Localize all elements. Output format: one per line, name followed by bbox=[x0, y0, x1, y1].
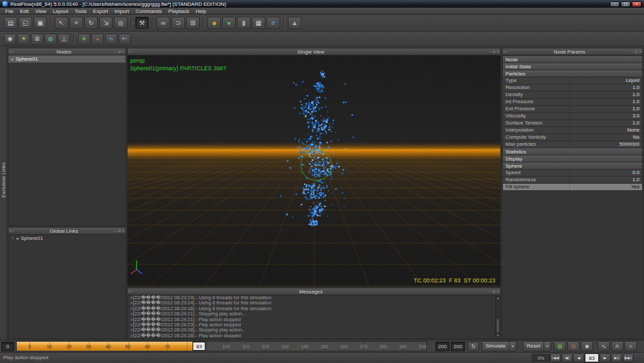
reset-button[interactable]: Reset ▾ bbox=[523, 341, 551, 351]
param-row-viscosity[interactable]: Viscosity3.0 bbox=[503, 113, 642, 120]
nodes-panel-header[interactable]: ▪▫ Nodes –⊡× bbox=[8, 48, 126, 55]
messages-scrollbar[interactable]: ▲ ▼ bbox=[495, 296, 500, 338]
param-section-initial-state[interactable]: Initial State bbox=[503, 63, 642, 70]
title-bar[interactable]: RealFlow(x86_64) 5.0.0.0140 - [C:/Users/… bbox=[0, 0, 644, 8]
light-button[interactable]: ☀ bbox=[17, 34, 30, 44]
scale-tool-button[interactable]: ⇲ bbox=[99, 17, 113, 29]
param-row-max-particles[interactable]: Max particles5000000 bbox=[503, 141, 642, 148]
snap-tool-button[interactable]: ◎ bbox=[114, 17, 128, 29]
move-tool-button[interactable]: + bbox=[70, 17, 83, 29]
menu-item-commands[interactable]: Commands bbox=[132, 8, 165, 14]
panel-close-icon[interactable]: × bbox=[122, 228, 124, 234]
param-row-speed[interactable]: Speed0.0 bbox=[503, 170, 642, 177]
save-scene-button[interactable]: ▣ bbox=[33, 17, 47, 29]
dock-icon[interactable]: ▪ bbox=[129, 48, 130, 55]
exclusive-link-tool-button[interactable]: ⊃ bbox=[171, 17, 185, 29]
camera-label[interactable]: persp bbox=[130, 57, 145, 64]
playback-frame-field[interactable]: 83 bbox=[585, 353, 599, 362]
tree-item-sphere01[interactable]: └●Sphere01 bbox=[8, 235, 126, 242]
select-tool-button[interactable]: ↖ bbox=[55, 17, 68, 29]
simulate-user-button[interactable]: ☻ bbox=[581, 341, 593, 351]
graph-tool-button[interactable]: ∿ bbox=[598, 341, 610, 351]
menu-item-view[interactable]: View bbox=[32, 8, 50, 14]
link-tool-button[interactable]: ∞ bbox=[156, 17, 170, 29]
exclusive-links-collapsed-panel[interactable]: Exclusive Links bbox=[0, 46, 7, 340]
cube-object-button[interactable]: ■ bbox=[207, 17, 221, 29]
param-value[interactable]: No bbox=[570, 134, 642, 141]
param-value[interactable]: 3.0 bbox=[570, 113, 642, 119]
messages-list[interactable]: >[22/����/2012 06:23:24] - Using 8 threa… bbox=[128, 295, 495, 338]
checker-object-button[interactable]: ▦ bbox=[252, 17, 265, 29]
panel-close-icon[interactable]: × bbox=[497, 288, 499, 295]
param-section-display[interactable]: Display bbox=[503, 155, 642, 162]
viewport-3d-scene[interactable] bbox=[128, 55, 500, 286]
param-row-fill-sphere[interactable]: Fill sphereYes bbox=[503, 184, 642, 191]
cylinder-object-button[interactable]: ▮ bbox=[237, 17, 251, 29]
param-row-resolution[interactable]: Resolution1.0 bbox=[503, 84, 642, 92]
simulate-dropdown-icon[interactable]: ▾ bbox=[509, 342, 516, 351]
panel-float-icon[interactable]: ⊡ bbox=[492, 288, 495, 295]
panel-close-icon[interactable]: × bbox=[639, 48, 641, 55]
timeline-options-button[interactable]: ↻ bbox=[468, 342, 479, 351]
param-section-node[interactable]: Node bbox=[503, 56, 642, 63]
panel-float-icon[interactable]: ⊡ bbox=[492, 48, 495, 55]
go-to-start-button[interactable]: |◀◀ bbox=[550, 353, 561, 362]
panel-minimize-icon[interactable]: – bbox=[489, 48, 491, 55]
param-section-particles[interactable]: Particles bbox=[503, 70, 642, 77]
param-value[interactable]: 0.0 bbox=[570, 170, 642, 176]
dock-icon[interactable]: ▪ bbox=[10, 228, 11, 234]
nodes-tree[interactable]: ●Sphere01 bbox=[8, 55, 126, 63]
dock-icon[interactable]: ▪ bbox=[504, 48, 505, 55]
param-row-type[interactable]: TypeLiquid bbox=[503, 77, 642, 84]
panel-close-icon[interactable]: × bbox=[122, 48, 124, 55]
global-links-panel-header[interactable]: ▪▫ Global Links –⊡× bbox=[8, 228, 126, 235]
param-value[interactable]: Yes bbox=[570, 184, 642, 190]
menu-item-tools[interactable]: Tools bbox=[71, 8, 90, 14]
param-value[interactable]: 1.0 bbox=[570, 120, 642, 126]
panel-float-icon[interactable]: ⊡ bbox=[117, 228, 120, 234]
open-scene-button[interactable]: ◱ bbox=[19, 17, 32, 29]
wireframe-button[interactable]: △ bbox=[58, 34, 70, 44]
daemon-button[interactable]: ◒ bbox=[91, 34, 104, 44]
param-row-int-pressure[interactable]: Int Pressure1.0 bbox=[503, 99, 642, 106]
hammer-tool-button[interactable]: ⚒ bbox=[135, 17, 149, 29]
param-row-interpolation[interactable]: InterpolationNone bbox=[503, 127, 642, 134]
scrollbar-thumb[interactable] bbox=[497, 319, 499, 333]
param-value[interactable]: Liquid bbox=[570, 77, 642, 84]
play-forward-button[interactable]: ▶ bbox=[600, 353, 611, 362]
new-scene-button[interactable]: ▤ bbox=[4, 17, 17, 29]
step-forward-button[interactable]: ▶|| bbox=[611, 353, 622, 362]
curve-tool-button[interactable]: ≈ bbox=[625, 341, 637, 351]
node-params-header[interactable]: ▪▫ Node Params –⊡× bbox=[502, 48, 643, 55]
play-backward-button[interactable]: ◀ bbox=[573, 353, 584, 362]
panel-minimize-icon[interactable]: – bbox=[631, 48, 633, 55]
panel-close-icon[interactable]: × bbox=[497, 48, 499, 55]
timeline-ruler[interactable]: 83 0102030405060701001101201301401501601… bbox=[16, 341, 427, 351]
param-value[interactable]: 1.0 bbox=[570, 84, 642, 91]
globe-button[interactable]: ◍ bbox=[44, 34, 57, 44]
param-row-surface-tension[interactable]: Surface Tension1.0 bbox=[503, 120, 642, 127]
menu-item-layout[interactable]: Layout bbox=[50, 8, 71, 14]
param-value[interactable]: None bbox=[570, 127, 642, 133]
param-section-statistics[interactable]: Statistics bbox=[503, 148, 642, 155]
panel-minimize-icon[interactable]: – bbox=[114, 48, 116, 55]
param-section-sphere[interactable]: Sphere bbox=[503, 162, 642, 170]
range-end-field[interactable]: 200 bbox=[451, 342, 465, 351]
close-button[interactable]: × bbox=[632, 1, 641, 7]
sphere-object-button[interactable]: ● bbox=[222, 17, 236, 29]
multibody-object-button[interactable]: ≡ bbox=[267, 17, 280, 29]
current-frame-marker[interactable]: 83 bbox=[193, 342, 205, 351]
timeline-start-field[interactable]: 0 bbox=[1, 342, 14, 351]
param-row-ext-pressure[interactable]: Ext Pressure1.0 bbox=[503, 106, 642, 113]
param-value[interactable]: 5000000 bbox=[570, 141, 642, 148]
annotation-tool-button[interactable]: A bbox=[611, 341, 623, 351]
menu-item-playback[interactable]: Playback bbox=[165, 8, 192, 14]
messages-panel-header[interactable]: ▪▫ Messages –⊡× bbox=[128, 288, 500, 295]
hub-tool-button[interactable]: ⊞ bbox=[186, 17, 200, 29]
viewport-canvas[interactable]: persp Sphere01(primary) PARTICLES 3987 T… bbox=[128, 55, 500, 286]
reset-dropdown-icon[interactable]: ▾ bbox=[544, 342, 551, 351]
param-row-randomness[interactable]: Randomness1.0 bbox=[503, 177, 642, 184]
simulate-globe-button[interactable]: ◍ bbox=[554, 341, 566, 351]
panel-float-icon[interactable]: ⊡ bbox=[117, 48, 120, 55]
minimize-button[interactable]: – bbox=[610, 1, 620, 7]
